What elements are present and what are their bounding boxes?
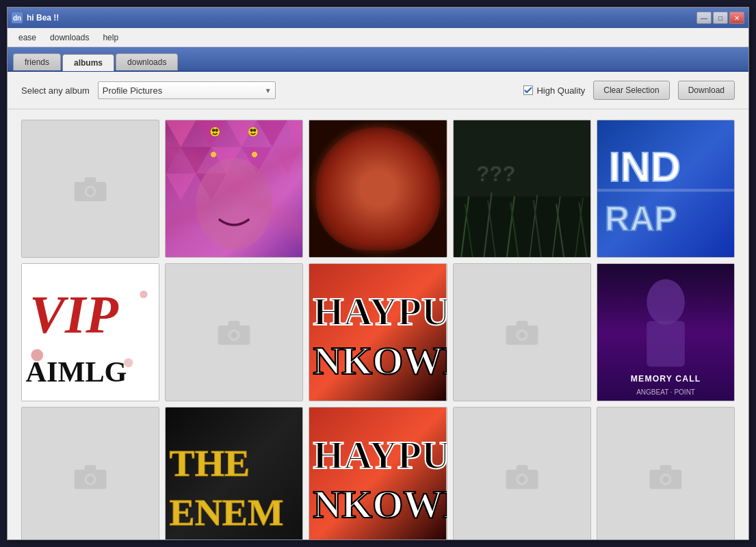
high-quality-label: High Quality bbox=[536, 85, 585, 96]
svg-point-68 bbox=[519, 333, 524, 338]
svg-text:AIMLG: AIMLG bbox=[26, 356, 127, 388]
svg-text:PSYCHO: PSYCHO bbox=[356, 228, 401, 240]
placeholder-14 bbox=[454, 408, 590, 539]
graffiti-photo: IND RAP bbox=[597, 120, 734, 257]
photo-cell-7[interactable] bbox=[165, 263, 303, 401]
camera-icon bbox=[73, 175, 107, 202]
haypunk-photo: HAYPU NKOWN bbox=[309, 264, 446, 401]
titlebar: dn hi Bea !! — □ ✕ bbox=[8, 8, 748, 28]
photo-grid: PSYCHO bbox=[21, 120, 735, 539]
svg-marker-11 bbox=[181, 147, 211, 174]
svg-point-22 bbox=[215, 129, 218, 131]
high-quality-checkbox[interactable] bbox=[523, 85, 533, 95]
tab-albums[interactable]: albums bbox=[62, 54, 114, 71]
main-window: dn hi Bea !! — □ ✕ ease downloads help f… bbox=[7, 7, 749, 540]
svg-marker-18 bbox=[226, 174, 257, 200]
brain-photo: PSYCHO bbox=[309, 120, 446, 257]
camera-icon-3 bbox=[505, 319, 539, 346]
minimize-button[interactable]: — bbox=[696, 12, 712, 24]
svg-point-78 bbox=[88, 477, 93, 481]
svg-text:VIP: VIP bbox=[29, 285, 119, 344]
svg-rect-30 bbox=[367, 210, 389, 225]
main-content: Select any album Profile Pictures Timeli… bbox=[8, 72, 748, 539]
svg-text:???: ??? bbox=[476, 162, 515, 186]
svg-point-29 bbox=[372, 148, 415, 206]
menu-help[interactable]: help bbox=[97, 31, 124, 44]
photo-cell-13[interactable]: HAYPU NKOWN bbox=[309, 407, 447, 539]
menu-ease[interactable]: ease bbox=[13, 31, 42, 44]
svg-point-19 bbox=[211, 127, 220, 136]
photo-cell-6[interactable]: VIP AIMLG bbox=[21, 263, 159, 401]
tab-downloads[interactable]: downloads bbox=[116, 53, 178, 70]
memory-svg: MEMORY CALL ANGBEAT · POINT bbox=[597, 264, 734, 401]
photo-cell-9[interactable] bbox=[453, 263, 591, 401]
menu-downloads[interactable]: downloads bbox=[44, 31, 94, 44]
app-icon: dn bbox=[12, 12, 23, 23]
svg-marker-17 bbox=[196, 174, 226, 200]
photo-cell-12[interactable]: THE ENEM bbox=[165, 407, 303, 539]
photo-cell-8[interactable]: HAYPU NKOWN bbox=[309, 263, 447, 401]
svg-rect-33 bbox=[454, 196, 590, 257]
photo-cell-10[interactable]: MEMORY CALL ANGBEAT · POINT bbox=[597, 263, 735, 401]
svg-rect-90 bbox=[516, 465, 527, 470]
svg-point-28 bbox=[341, 148, 384, 206]
album-select[interactable]: Profile Pictures Timeline Photos Mobile … bbox=[98, 81, 276, 99]
svg-marker-6 bbox=[166, 120, 196, 147]
photo-cell-11[interactable] bbox=[21, 407, 159, 539]
svg-point-3 bbox=[88, 189, 93, 194]
memory-photo: MEMORY CALL ANGBEAT · POINT bbox=[597, 264, 734, 401]
svg-point-54 bbox=[31, 349, 43, 362]
mlg-photo: VIP AIMLG bbox=[22, 264, 159, 401]
dark-grass-photo: ??? bbox=[454, 120, 590, 257]
maximize-button[interactable]: □ bbox=[713, 12, 728, 24]
svg-rect-5 bbox=[166, 120, 302, 257]
album-select-wrapper: Profile Pictures Timeline Photos Mobile … bbox=[98, 81, 276, 99]
haypunk2-photo: HAYPU NKOWN bbox=[309, 408, 446, 539]
checkmark-icon bbox=[524, 87, 532, 94]
svg-point-60 bbox=[232, 333, 237, 338]
svg-text:IND: IND bbox=[608, 144, 680, 190]
camera-icon-2 bbox=[217, 319, 251, 346]
camera-icon-6 bbox=[649, 463, 683, 490]
photo-cell-4[interactable]: ??? bbox=[453, 120, 591, 258]
face-art-svg bbox=[166, 120, 302, 257]
svg-text:ANGBEAT · POINT: ANGBEAT · POINT bbox=[636, 388, 695, 396]
photo-cell-15[interactable] bbox=[597, 407, 735, 539]
clear-selection-button[interactable]: Clear Selection bbox=[593, 81, 669, 100]
photo-grid-container[interactable]: PSYCHO bbox=[8, 109, 748, 539]
placeholder-7 bbox=[166, 264, 302, 401]
placeholder-15 bbox=[597, 408, 734, 539]
photo-cell-3[interactable]: PSYCHO bbox=[309, 120, 447, 258]
dark-grass-svg: ??? bbox=[454, 120, 590, 257]
svg-marker-12 bbox=[211, 147, 242, 174]
svg-point-27 bbox=[336, 147, 419, 215]
svg-marker-9 bbox=[257, 120, 287, 147]
brain-art-svg: PSYCHO bbox=[309, 120, 446, 257]
svg-point-25 bbox=[196, 159, 272, 250]
svg-text:NKOWN: NKOWN bbox=[313, 483, 447, 527]
svg-point-71 bbox=[647, 279, 685, 325]
svg-point-56 bbox=[124, 358, 133, 367]
window-title: hi Bea !! bbox=[27, 13, 59, 23]
tab-friends[interactable]: friends bbox=[13, 53, 61, 70]
photo-cell-1[interactable] bbox=[21, 120, 159, 258]
placeholder-9 bbox=[454, 264, 590, 401]
camera-icon-5 bbox=[505, 463, 539, 490]
svg-rect-69 bbox=[516, 321, 527, 327]
svg-point-23 bbox=[250, 129, 253, 131]
photo-cell-14[interactable] bbox=[453, 407, 591, 539]
select-album-label: Select any album bbox=[21, 85, 90, 96]
svg-rect-79 bbox=[85, 465, 96, 470]
graffiti-svg: IND RAP bbox=[597, 120, 734, 257]
photo-cell-2[interactable] bbox=[165, 120, 303, 258]
svg-point-21 bbox=[212, 129, 215, 131]
svg-text:MEMORY CALL: MEMORY CALL bbox=[631, 375, 701, 384]
svg-marker-15 bbox=[166, 147, 181, 174]
svg-rect-61 bbox=[229, 321, 240, 327]
photo-cell-5[interactable]: IND RAP bbox=[597, 120, 735, 258]
controls-bar: Select any album Profile Pictures Timeli… bbox=[8, 72, 748, 109]
svg-point-24 bbox=[253, 129, 256, 131]
close-button[interactable]: ✕ bbox=[729, 12, 744, 24]
svg-marker-14 bbox=[272, 147, 302, 174]
download-button[interactable]: Download bbox=[678, 81, 735, 100]
